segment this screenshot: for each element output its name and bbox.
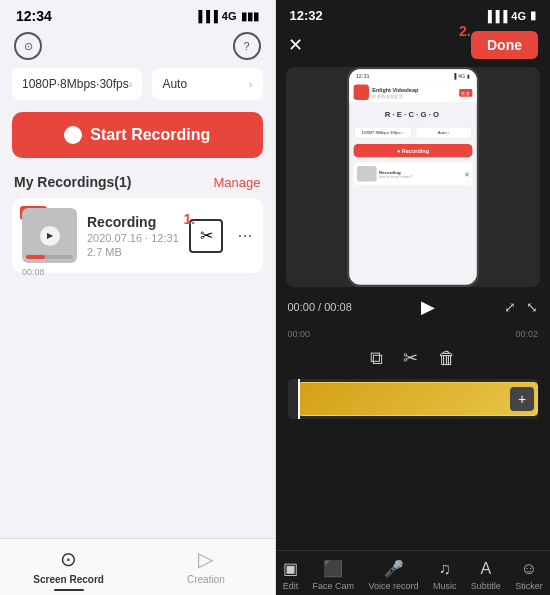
quality-button[interactable]: 1080P·8Mbps·30fps › [12,68,142,100]
mini-icons: ▐ 4G ▮ [452,73,470,80]
right-signal-icon: ▐▐▐ [484,10,507,22]
close-button[interactable]: ✕ [288,34,303,56]
settings-row: 1080P·8Mbps·30fps › Auto › [12,68,263,100]
phone-mini-settings: 1080P·8Mbps·30fps › Auto › [353,126,472,138]
edit-label: Edit [283,581,299,591]
add-clip-button[interactable]: + [510,387,534,411]
timeline-icons: ⤢ ⤡ [504,299,538,315]
subtitle-label: Subtitle [471,581,501,591]
left-panel: 12:34 ▐▐▐ 4G ▮▮▮ ⊙ ? 1080P·8Mbps·30fps ›… [0,0,275,595]
mini-quality-btn: 1080P·8Mbps·30fps › [353,126,411,138]
current-time: 00:00 [288,301,316,313]
recordings-header: My Recordings(1) Manage [0,174,275,198]
thumbnail: ▶ 00:08 [22,208,77,263]
tool-face-cam[interactable]: ⬛ Face Cam [313,559,355,591]
preview-area: 12:31 ▐ 4G ▮ Enlight Videoleap 更多内容在这里 更… [286,67,541,287]
nav-creation[interactable]: ▷ Creation [137,539,274,595]
quality-label: 1080P·8Mbps·30fps [22,77,129,91]
play-button-small[interactable]: ▶ [40,226,60,246]
delete-tool-button[interactable]: 🗑 [438,347,456,369]
creation-icon: ▷ [198,547,213,571]
mini-info: Recording How to record screen? [379,169,462,179]
screen-record-label: Screen Record [33,574,104,585]
recording-size: 2.7 MB [87,246,179,258]
right-top-bar: ✕ 2. Done [276,27,551,67]
app-name-mini: Enlight Videoleap [372,86,418,93]
clip-segment[interactable] [298,382,539,416]
mini-recording-item: Recording How to record screen? ✕ [353,163,472,185]
music-icon: ♫ [439,560,451,578]
ruler-mark-1: 00:02 [515,329,538,339]
clip-track: + [288,379,539,419]
app-sub: 更多内容在这里 [372,93,418,99]
face-cam-label: Face Cam [313,581,355,591]
nav-screen-record[interactable]: ⊙ Screen Record [0,539,137,595]
timeline-time: 00:00 / 00:08 [288,301,352,313]
right-network-icon: 4G [511,10,526,22]
record-dot-icon [64,126,82,144]
start-recording-button[interactable]: Start Recording [12,112,263,158]
phone-mini-header: Enlight Videoleap 更多内容在这里 更多 [349,82,477,103]
mode-label: Auto [162,77,187,91]
edit-icon: ▣ [283,559,298,578]
duration-fill [26,255,45,259]
music-label: Music [433,581,457,591]
copy-tool-button[interactable]: ⧉ [370,347,383,369]
timeline-row: 00:00 / 00:08 ▶ ⤢ ⤡ [276,287,551,327]
recordings-title: My Recordings(1) [14,174,131,190]
manage-link[interactable]: Manage [214,175,261,190]
done-button[interactable]: Done [471,31,538,59]
nav-active-indicator [54,589,84,591]
tool-subtitle[interactable]: A Subtitle [471,560,501,591]
network-icon: 4G [222,10,237,22]
left-status-icons: ▐▐▐ 4G ▮▮▮ [194,10,258,23]
duration-label: 00:08 [22,267,45,277]
app-tag-mini: 更多 [459,88,472,96]
record-button-label: Start Recording [90,126,210,144]
signal-icon: ▐▐▐ [194,10,217,22]
phone-mockup: 12:31 ▐ 4G ▮ Enlight Videoleap 更多内容在这里 更… [286,67,541,287]
recording-info: Recording 2020.07.16 · 12:31 2.7 MB [87,214,179,258]
right-status-icons: ▐▐▐ 4G ▮ [484,9,536,22]
tool-sticker[interactable]: ☺ Sticker [515,560,543,591]
scissors-action[interactable]: 1. ✂ [189,219,223,253]
mini-record-btn: ● Recording [353,144,472,157]
time-ruler: 00:00 00:02 [276,327,551,341]
phone-mini-status: 12:31 ▐ 4G ▮ [349,69,477,82]
battery-icon: ▮▮▮ [241,10,259,23]
face-cam-icon: ⬛ [323,559,343,578]
screen-record-icon: ⊙ [60,547,77,571]
total-time: 00:08 [324,301,352,313]
tool-music[interactable]: ♫ Music [433,560,457,591]
expand-icon[interactable]: ⤡ [526,299,538,315]
target-icon[interactable]: ⊙ [14,32,42,60]
creation-label: Creation [187,574,225,585]
mini-how-to: How to record screen? [379,174,462,178]
top-icons-row: ⊙ ? [0,28,275,68]
mini-close-icon: ✕ [463,170,469,178]
phone-screen: 12:31 ▐ 4G ▮ Enlight Videoleap 更多内容在这里 更… [347,67,479,287]
mini-thumb [357,166,377,181]
play-button-main[interactable]: ▶ [414,293,442,321]
mini-mode-btn: Auto › [414,126,472,138]
cut-tool-button[interactable]: ✂ [403,347,418,369]
more-button[interactable]: ··· [237,225,252,246]
quality-chevron: › [129,78,133,90]
sticker-icon: ☺ [521,560,537,578]
phone-mini-title: R·E·C·G·O [353,110,472,118]
recording-name: Recording [87,214,179,230]
voice-record-icon: 🎤 [384,559,404,578]
left-status-bar: 12:34 ▐▐▐ 4G ▮▮▮ [0,0,275,28]
recording-item: New ▶ 00:08 Recording 2020.07.16 · 12:31… [12,198,263,273]
fullscreen-icon[interactable]: ⤢ [504,299,516,315]
app-icon-mini [353,85,368,100]
sticker-label: Sticker [515,581,543,591]
tool-edit[interactable]: ▣ Edit [283,559,299,591]
phone-mini-content: R·E·C·G·O 1080P·8Mbps·30fps › Auto › ● R… [349,103,477,191]
step-1-label: 1. [183,211,195,227]
bottom-tools: ▣ Edit ⬛ Face Cam 🎤 Voice record ♫ Music… [276,550,551,595]
tool-voice-record[interactable]: 🎤 Voice record [369,559,419,591]
mini-time: 12:31 [356,73,370,80]
mode-button[interactable]: Auto › [152,68,262,100]
help-icon[interactable]: ? [233,32,261,60]
